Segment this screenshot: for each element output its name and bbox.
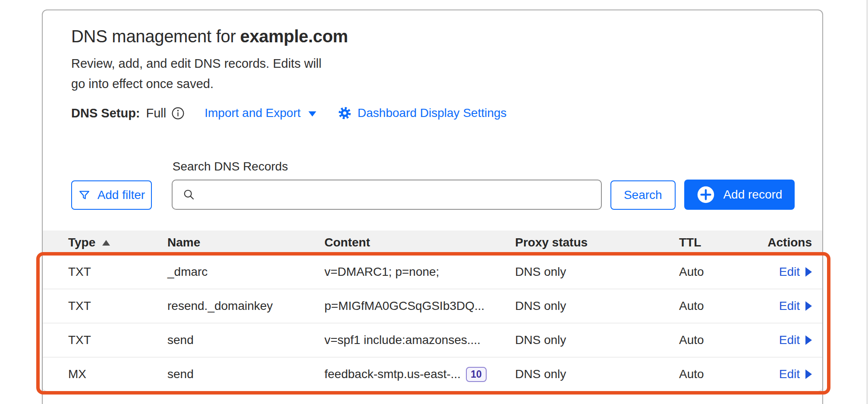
- record-ttl: Auto: [679, 265, 764, 279]
- info-circle-icon[interactable]: [171, 107, 185, 120]
- dns-toolbar: Add filter Search DNS Records Search: [71, 160, 795, 210]
- record-name: _dmarc: [167, 265, 324, 279]
- page-title: DNS management forexample.com: [71, 26, 795, 47]
- mx-priority-badge: 10: [466, 367, 487, 382]
- page-title-prefix: DNS management for: [71, 27, 236, 46]
- column-header-ttl: TTL: [679, 236, 764, 249]
- subtitle-line-2: go into effect once saved.: [71, 74, 795, 94]
- subtitle-line-1: Review, add, and edit DNS records. Edits…: [71, 54, 795, 74]
- record-content: p=MIGfMA0GCSqGSIb3DQ...: [324, 299, 515, 313]
- column-header-actions: Actions: [764, 236, 822, 249]
- chevron-right-icon: [805, 267, 812, 277]
- edit-label: Edit: [779, 367, 800, 381]
- record-ttl: Auto: [679, 299, 764, 313]
- dashboard-display-settings-label: Dashboard Display Settings: [358, 106, 507, 120]
- search-field-group: Search DNS Records: [172, 160, 602, 210]
- page-edge-divider: [866, 0, 868, 404]
- chevron-right-icon: [805, 335, 812, 345]
- add-record-button[interactable]: Add record: [684, 180, 795, 210]
- record-name: send: [167, 367, 324, 381]
- record-type: TXT: [43, 265, 167, 279]
- table-row: TXT _dmarc v=DMARC1; p=none; DNS only Au…: [43, 255, 822, 289]
- edit-record-button[interactable]: Edit: [779, 299, 812, 313]
- record-content: feedback-smtp.us-east-...: [324, 367, 461, 381]
- dns-setup-row: DNS Setup: Full Import and Export: [71, 104, 795, 123]
- record-proxy-status: DNS only: [515, 333, 679, 347]
- table-row: MX send feedback-smtp.us-east-... 10 DNS…: [43, 357, 822, 391]
- dashboard-display-settings-link[interactable]: Dashboard Display Settings: [338, 106, 507, 120]
- column-header-content: Content: [324, 236, 515, 249]
- plus-circle-icon: [696, 185, 715, 204]
- record-ttl: Auto: [679, 367, 764, 381]
- record-type: TXT: [43, 333, 167, 347]
- domain-name: example.com: [240, 27, 348, 46]
- edit-record-button[interactable]: Edit: [779, 367, 812, 381]
- record-name: send: [167, 333, 324, 347]
- column-header-proxy-status: Proxy status: [515, 236, 679, 249]
- edit-record-button[interactable]: Edit: [779, 265, 812, 279]
- record-name: resend._domainkey: [167, 299, 324, 313]
- record-type: TXT: [43, 299, 167, 313]
- edit-label: Edit: [779, 299, 800, 313]
- search-button-label: Search: [624, 188, 662, 202]
- record-proxy-status: DNS only: [515, 299, 679, 313]
- page-subtitle: Review, add, and edit DNS records. Edits…: [71, 54, 795, 94]
- chevron-down-icon: [308, 111, 316, 117]
- column-header-name: Name: [167, 236, 324, 249]
- table-header-row: Type Name Content Proxy status TTL Actio…: [43, 230, 822, 255]
- edit-label: Edit: [779, 333, 800, 347]
- table-row: TXT resend._domainkey p=MIGfMA0GCSqGSIb3…: [43, 289, 822, 323]
- add-record-label: Add record: [723, 188, 782, 202]
- record-proxy-status: DNS only: [515, 265, 679, 279]
- search-button[interactable]: Search: [610, 180, 676, 210]
- record-content: v=spf1 include:amazonses....: [324, 333, 515, 347]
- column-header-type-label: Type: [68, 236, 95, 249]
- chevron-right-icon: [805, 301, 812, 311]
- chevron-right-icon: [805, 369, 812, 379]
- import-export-label: Import and Export: [204, 106, 301, 120]
- filter-funnel-icon: [78, 189, 91, 202]
- edit-record-button[interactable]: Edit: [779, 333, 812, 347]
- record-type: MX: [43, 367, 167, 381]
- add-filter-button[interactable]: Add filter: [71, 180, 152, 210]
- record-content: v=DMARC1; p=none;: [324, 265, 515, 279]
- add-filter-label: Add filter: [97, 188, 145, 202]
- import-export-link[interactable]: Import and Export: [204, 106, 316, 120]
- gear-icon: [338, 106, 352, 120]
- dns-setup-value: Full: [146, 106, 167, 120]
- sort-ascending-icon: [102, 240, 110, 246]
- search-field-label: Search DNS Records: [172, 160, 602, 174]
- dns-setup-label: DNS Setup:: [71, 106, 140, 120]
- edit-label: Edit: [779, 265, 800, 279]
- record-proxy-status: DNS only: [515, 367, 679, 381]
- dns-management-card: DNS management forexample.com Review, ad…: [42, 9, 823, 404]
- record-ttl: Auto: [679, 333, 764, 347]
- table-body: TXT _dmarc v=DMARC1; p=none; DNS only Au…: [43, 255, 822, 391]
- search-input-container: [172, 180, 602, 210]
- search-input[interactable]: [203, 188, 592, 202]
- magnifier-icon: [183, 189, 195, 201]
- column-header-type[interactable]: Type: [43, 236, 167, 249]
- table-row: TXT send v=spf1 include:amazonses.... DN…: [43, 323, 822, 357]
- dns-records-table: Type Name Content Proxy status TTL Actio…: [43, 230, 822, 391]
